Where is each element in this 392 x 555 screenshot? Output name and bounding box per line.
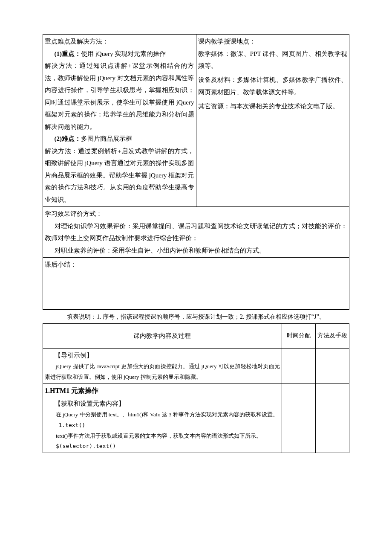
th-method: 方法及手段 — [315, 324, 349, 349]
equip-line: 设备及材料：多媒体计算机、多媒体教学广播软件、网页素材图片、教学载体源文件等。 — [198, 76, 348, 96]
th-content: 课内教学内容及过程 — [43, 324, 282, 349]
cell-key-difficult: 重点难点及解决方法： (1)重点：使用 jQuery 实现对元素的操作 解决方法… — [43, 35, 196, 207]
kd-p1-text: 使用 jQuery 实现对元素的操作 — [81, 50, 166, 57]
cell-resources: 课内教学授课地点： 教学媒体：微课、PPT 课件、网页图片、相关教学视频等。 设… — [196, 35, 349, 207]
intro-heading: 【导引示例】 — [45, 349, 280, 362]
kd-p2-text: 多图片商品展示框 — [81, 135, 132, 142]
loc-label: 课内教学授课地点： — [198, 38, 256, 45]
sec1-code2: $(selector).text() — [45, 441, 280, 452]
sec1-code1: 1.text() — [45, 420, 280, 431]
row-html-time — [282, 384, 315, 453]
row-html-method — [315, 384, 349, 453]
media-label: 教学媒体： — [198, 50, 231, 57]
sec1-title: 1.HTM1 元素操作 — [45, 387, 98, 394]
sec1-p2: text()事件方法用于获取或设置元素的文本内容，获取文本内容的语法形式如下所示… — [45, 431, 280, 442]
row-html-ops: 1.HTM1 元素操作 【获取和设置元素内容】 在 jQuery 中分别使用 t… — [43, 384, 282, 453]
kd-p1: (1)重点：使用 jQuery 实现对元素的操作 — [45, 48, 194, 60]
cell-summary: 课后小结： — [43, 258, 349, 310]
fill-note: 填表说明：1. 序号，指该课程授课的顺序号，应与授课计划一致；2. 授课形式在相… — [43, 311, 349, 323]
row-intro-method — [315, 348, 349, 384]
row-intro-time — [282, 348, 315, 384]
row-intro: 【导引示例】 jQuery 提供了比 JavaScript 更加强大的页面操控能… — [43, 348, 282, 384]
equip-label: 设备及材料： — [198, 76, 237, 83]
other-text: 与本次课相关的专业技术论文电子版。 — [230, 103, 339, 110]
kd-p2: (2)难点：多图片商品展示框 — [45, 133, 194, 145]
kd-heading: 重点难点及解决方法： — [45, 38, 109, 45]
kd-p2-body: 解决方法：通过案例解析+启发式教学讲解的方式，细致讲解使用 jQuery 语言通… — [45, 145, 194, 206]
eval-line1: 对理论知识学习效果评价：采用课堂提问、课后习题和查阅技术论文研读笔记的方式；对技… — [45, 220, 347, 244]
media-line: 教学媒体：微课、PPT 课件、网页图片、相关教学视频等。 — [198, 50, 348, 70]
eval-heading: 学习效果评价方式： — [45, 210, 102, 217]
eval-line2: 对职业素养的评价：采用学生自评、小组内评价和教师评价相结合的方式。 — [45, 244, 347, 257]
other-line: 其它资源：与本次课相关的专业技术论文电子版。 — [198, 103, 339, 110]
content-table: 课内教学内容及过程 时间分配 方法及手段 【导引示例】 jQuery 提供了比 … — [43, 323, 349, 453]
sec1-p1: 在 jQuery 中分别使用 text。、htm1()和 VaIo 这 3 种事… — [45, 410, 280, 420]
info-table: 重点难点及解决方法： (1)重点：使用 jQuery 实现对元素的操作 解决方法… — [43, 34, 349, 310]
other-label: 其它资源： — [198, 103, 230, 110]
kd-p1-label: (1)重点： — [55, 50, 81, 57]
summary-heading: 课后小结： — [45, 261, 77, 268]
kd-p2-label: (2)难点： — [55, 135, 81, 142]
th-time: 时间分配 — [282, 324, 315, 349]
cell-evaluation: 学习效果评价方式： 对理论知识学习效果评价：采用课堂提问、课后习题和查阅技术论文… — [43, 207, 349, 258]
sec1-sub: 【获取和设置元素内容】 — [45, 398, 280, 410]
intro-text: jQuery 提供了比 JavaScript 更加强大的页面操控能力。通过 jQ… — [45, 361, 280, 382]
kd-p1-body: 解决方法：通过知识点讲解+课堂示例相结合的方法，教师讲解使用 jQuery 对文… — [45, 60, 194, 133]
